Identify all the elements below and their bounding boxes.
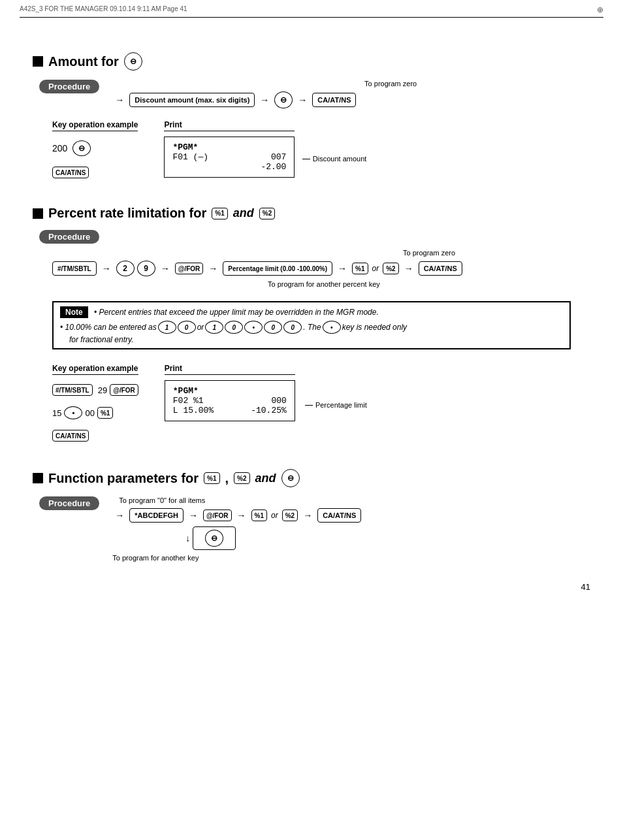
n0d: 0 xyxy=(283,321,302,334)
dot-key2: • xyxy=(323,321,341,334)
pct-limit-box: Percentage limit (0.00 -100.00%) xyxy=(223,261,332,276)
at-for-key: @/FOR xyxy=(175,263,204,274)
ca-at-ns-s3: CA/AT/NS xyxy=(317,508,361,523)
receipt-right-1: 007 xyxy=(271,152,286,162)
minus-key-example: ⊖ xyxy=(72,140,91,156)
flow-row-2: #/TM/SBTL → 2 9 → @/FOR → Percentage lim… xyxy=(52,261,590,276)
or-s3: or xyxy=(271,511,278,520)
minus-circle-key: ⊖ xyxy=(124,52,142,71)
black-square-3 xyxy=(33,473,43,483)
arrow-s3-1: → xyxy=(115,510,124,521)
r2-left: F02 %1 xyxy=(173,396,204,406)
num-200: 200 xyxy=(52,143,67,153)
flow-area-2: To program zero #/TM/SBTL → 2 9 → @/FOR … xyxy=(52,249,590,288)
pct-limit-annotation: Percentage limit xyxy=(305,401,367,409)
receipt-left-1: F01 (—) xyxy=(172,152,208,162)
pct2-flow: %2 xyxy=(383,263,398,274)
receipt-2: *PGM* F02 %1 000 L 15.00% -10.25% xyxy=(165,380,295,421)
key-op-row1: 200 ⊖ xyxy=(52,140,138,156)
n1a: 1 xyxy=(158,321,176,334)
n0c: 0 xyxy=(264,321,282,334)
key-op-print-1: Key operation example 200 ⊖ CA/AT/NS Pri… xyxy=(52,120,590,182)
note-container-2: Note • Percent entries that exceed the u… xyxy=(52,295,571,356)
header-text: A42S_3 FOR THE MANAGER 09.10.14 9:11 AM … xyxy=(20,5,187,12)
pct2-s3: %2 xyxy=(234,472,249,484)
s3-flow-area: To program "0" for all items → *ABCDEFGH… xyxy=(112,496,590,562)
receipt-r2-l1: *PGM* xyxy=(173,386,287,396)
n0b: 0 xyxy=(225,321,243,334)
section1-title: Amount for ⊖ xyxy=(33,52,590,71)
r2-pct: L 15.00% xyxy=(173,406,214,415)
print-col-1: Print *PGM* F01 (—) 007 -2.00 xyxy=(164,120,295,182)
note-label-2: Note xyxy=(60,306,88,318)
section-percent-rate: Percent rate limitation for %1 and %2 Pr… xyxy=(33,206,590,445)
note-line1: • Percent entries that exceed the upper … xyxy=(94,308,379,317)
dot-ex: • xyxy=(64,406,82,419)
s3-flow-row2: ↓ ⊖ xyxy=(183,526,590,550)
arrow-2: → xyxy=(260,95,269,105)
ca-at-ns-key-1: CA/AT/NS xyxy=(312,93,356,107)
key-ops-2: #/TM/SBTL 29 @/FOR 15 • 00 %1 CA/AT/NS xyxy=(52,380,138,445)
key-op-label-2: Key operation example xyxy=(52,364,138,375)
minus-s3-inner: ⊖ xyxy=(205,530,223,547)
arrow-s2-1: → xyxy=(102,263,111,274)
k2-row2: 15 • 00 %1 xyxy=(52,406,138,419)
arrow-s2-5: → xyxy=(404,263,413,274)
arrow-s3-2: → xyxy=(189,510,198,521)
minus-s3: ⊖ xyxy=(281,469,300,487)
htm-sbtl-ex: #/TM/SBTL xyxy=(52,384,93,396)
procedure-badge-3: Procedure xyxy=(39,496,99,510)
receipt-line3-1: -2.00 xyxy=(172,162,286,172)
s3-flow-row: → *ABCDEFGH → @/FOR → %1 or %2 → CA/AT/N… xyxy=(112,508,590,523)
print-label-1: Print xyxy=(164,120,295,131)
procedure-badge-2: Procedure xyxy=(39,230,99,244)
arrow-s2-2: → xyxy=(161,263,170,274)
key-op-label-1: Key operation example xyxy=(52,120,138,131)
section-amount-for: Amount for ⊖ Procedure To program zero →… xyxy=(33,52,590,182)
at-for-s3: @/FOR xyxy=(203,509,232,521)
section3-title: Function parameters for %1 , %2 and ⊖ xyxy=(33,469,590,487)
n15: 15 xyxy=(52,408,61,418)
abcdefgh-box: *ABCDEFGH xyxy=(129,508,184,523)
discount-annotation: Discount amount xyxy=(302,155,367,163)
n1b: 1 xyxy=(205,321,223,334)
arrow-1: → xyxy=(115,95,124,105)
receipt-1: *PGM* F01 (—) 007 -2.00 xyxy=(164,137,295,178)
black-square-icon xyxy=(33,56,43,67)
key-op-col-2: Key operation example #/TM/SBTL 29 @/FOR… xyxy=(52,364,138,445)
pct1-ex: %1 xyxy=(97,407,113,419)
ca-at-ns-example: CA/AT/NS xyxy=(52,167,89,178)
discount-amount-val: -2.00 xyxy=(261,162,286,172)
arrow-s2-4: → xyxy=(338,263,347,274)
section2-title: Percent rate limitation for %1 and %2 xyxy=(33,206,590,221)
black-square-2 xyxy=(33,208,43,219)
k2-row3: CA/AT/NS xyxy=(52,430,138,442)
ca-at-ns-2: CA/AT/NS xyxy=(419,261,462,276)
pct1-s3-flow: %1 xyxy=(251,509,267,521)
pct1-flow: %1 xyxy=(352,263,368,274)
print-col-2: Print *PGM* F02 %1 000 L 15.00% -10.25% xyxy=(165,364,295,445)
another-note-2: To program for another percent key xyxy=(268,280,590,288)
another-note-3: To program for another key xyxy=(112,554,590,562)
zero-label-3: To program "0" for all items xyxy=(119,496,590,504)
r2-pct-val: -10.25% xyxy=(251,406,287,415)
or-text-2: or xyxy=(372,264,379,273)
dot-key: • xyxy=(244,321,263,334)
k2-row1: #/TM/SBTL 29 @/FOR xyxy=(52,384,138,396)
receipt-r2-l2: F02 %1 000 xyxy=(173,396,287,406)
key-op-col-1: Key operation example 200 ⊖ CA/AT/NS xyxy=(52,120,138,182)
n29: 29 xyxy=(98,385,107,395)
section-function-params: Function parameters for %1 , %2 and ⊖ Pr… xyxy=(33,469,590,562)
arrow-s3-4: → xyxy=(303,510,312,521)
arrow-3: → xyxy=(298,95,307,105)
n00: 00 xyxy=(85,408,94,418)
num9-key: 9 xyxy=(137,261,155,276)
procedure-badge-1: Procedure xyxy=(39,80,99,93)
pct1-s3: %1 xyxy=(204,472,219,484)
key-op-row2: CA/AT/NS xyxy=(52,167,138,178)
s3-flow-container: Procedure To program "0" for all items →… xyxy=(39,496,590,562)
flow-row-1: → Discount amount (max. six digits) → ⊖ … xyxy=(112,91,590,108)
page-number: 41 xyxy=(581,582,590,592)
htm-sbtl-key: #/TM/SBTL xyxy=(52,261,97,276)
print-label-2: Print xyxy=(165,364,295,375)
